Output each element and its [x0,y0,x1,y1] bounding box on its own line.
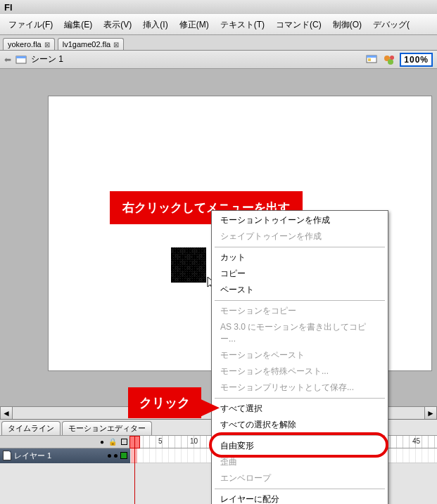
tab-motion-editor[interactable]: モーションエディター [62,421,152,435]
playhead[interactable] [131,436,137,463]
menu-view[interactable]: 表示(V) [98,16,137,34]
svg-rect-4 [368,58,371,61]
svg-rect-1 [16,56,26,58]
scroll-right-icon[interactable]: ► [424,407,437,419]
edit-scene-icon[interactable] [366,54,379,65]
menu-modify[interactable]: 修正(M) [174,16,215,34]
close-icon[interactable]: ⊠ [113,41,119,49]
lock-icon[interactable]: 🔒 [108,438,117,446]
callout-click-text: クリック [139,396,190,410]
ctx-distribute-layers[interactable]: レイヤーに配分 [212,491,388,504]
menubar: ファイル(F) 編集(E) 表示(V) 挿入(I) 修正(M) テキスト(T) … [0,14,437,35]
svg-point-7 [390,56,394,60]
app-abbrev: Fl [4,2,13,13]
back-arrow-icon[interactable]: ⬅ [4,55,11,65]
layer-name[interactable]: レイヤー 1 [14,451,105,461]
ctx-paste-motion-special[interactable]: モーションを特殊ペースト... [212,363,388,380]
ctx-copy-motion-as3[interactable]: AS 3.0 にモーションを書き出してコピー... [212,319,388,347]
context-menu: モーショントゥイーンを作成 シェイプトゥイーンを作成 カット コピー ペースト … [211,210,388,504]
menu-control[interactable]: 制御(O) [327,16,367,34]
menu-file[interactable]: ファイル(F) [3,16,58,34]
eye-icon[interactable]: ● [100,438,104,446]
layer-outline-box[interactable] [120,452,127,459]
timeline-layer-list: ● 🔒 レイヤー 1 [0,436,130,463]
ctx-paste[interactable]: ペースト [212,282,388,298]
document-tabbar: yokero.fla ⊠ lv1game02.fla ⊠ [0,35,437,51]
menu-debug[interactable]: デバッグ( [367,16,415,34]
breadcrumb-bar: ⬅ シーン 1 100% [0,51,437,69]
layer-lock-dot[interactable] [114,454,118,458]
menu-insert[interactable]: 挿入(I) [137,16,173,34]
ctx-save-motion-preset[interactable]: モーションプリセットとして保存... [212,380,388,396]
scene-name[interactable]: シーン 1 [31,53,63,65]
menu-text[interactable]: テキスト(T) [215,16,270,34]
ctx-create-shape-tween[interactable]: シェイプトゥイーンを作成 [212,228,388,245]
svg-rect-3 [367,56,376,58]
ctx-cut[interactable]: カット [212,250,388,266]
timeline-layer-header: ● 🔒 [0,436,130,448]
timeline-layer-row[interactable]: レイヤー 1 [0,448,130,463]
ctx-select-all[interactable]: すべて選択 [212,401,388,417]
callout-click: クリック [128,387,201,418]
doc-tab[interactable]: lv1game02.fla ⊠ [58,38,125,50]
outline-icon[interactable] [121,439,127,445]
ctx-deselect-all[interactable]: すべての選択を解除 [212,417,388,433]
ruler-tick: 10 [190,437,198,445]
highlight-convert-to-symbol [209,432,388,458]
selected-shape-square[interactable] [171,247,206,283]
doc-tab-label: lv1game02.fla [63,40,111,49]
ctx-copy-motion[interactable]: モーションをコピー [212,303,388,319]
layer-icon [3,451,11,460]
zoom-field[interactable]: 100% [400,53,433,67]
close-icon[interactable]: ⊠ [44,41,50,49]
ruler-tick: 5 [158,437,163,445]
ctx-create-motion-tween[interactable]: モーショントゥイーンを作成 [212,212,388,228]
svg-point-6 [388,59,393,65]
menu-commands[interactable]: コマンド(C) [270,16,327,34]
ctx-copy[interactable]: コピー [212,266,388,282]
tab-timeline[interactable]: タイムライン [1,421,61,435]
menu-edit[interactable]: 編集(E) [58,16,98,34]
doc-tab-label: yokero.fla [8,40,42,49]
ctx-envelope[interactable]: エンベロープ [212,470,388,486]
scene-icon [15,55,27,65]
layer-visible-dot[interactable] [108,454,111,458]
ctx-paste-motion[interactable]: モーションをペースト [212,347,388,363]
app-titlebar: Fl [0,0,437,14]
ruler-tick: 45 [412,437,420,445]
doc-tab-active[interactable]: yokero.fla ⊠ [3,38,55,50]
scroll-left-icon[interactable]: ◄ [0,407,13,419]
edit-symbol-icon[interactable] [383,54,395,65]
